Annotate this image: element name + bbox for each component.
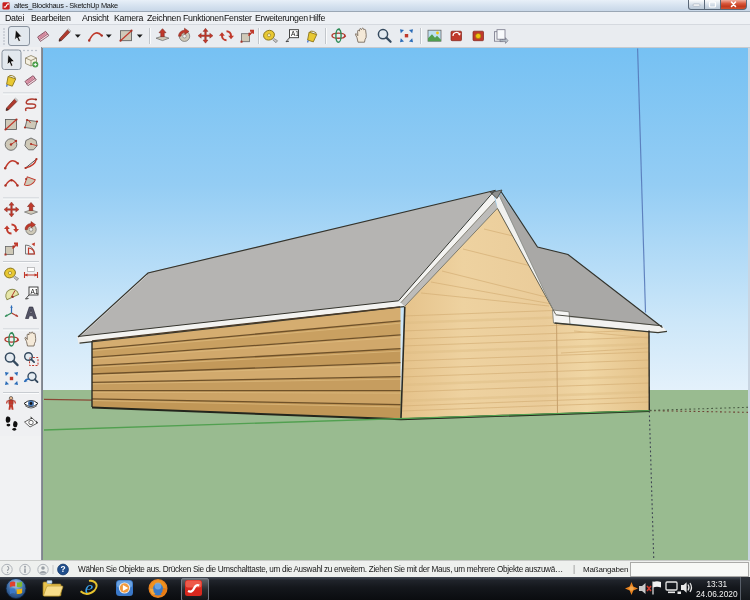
svg-text:A1: A1 xyxy=(291,30,299,37)
svg-text:A1: A1 xyxy=(31,288,39,295)
svg-text:?: ? xyxy=(60,564,65,574)
